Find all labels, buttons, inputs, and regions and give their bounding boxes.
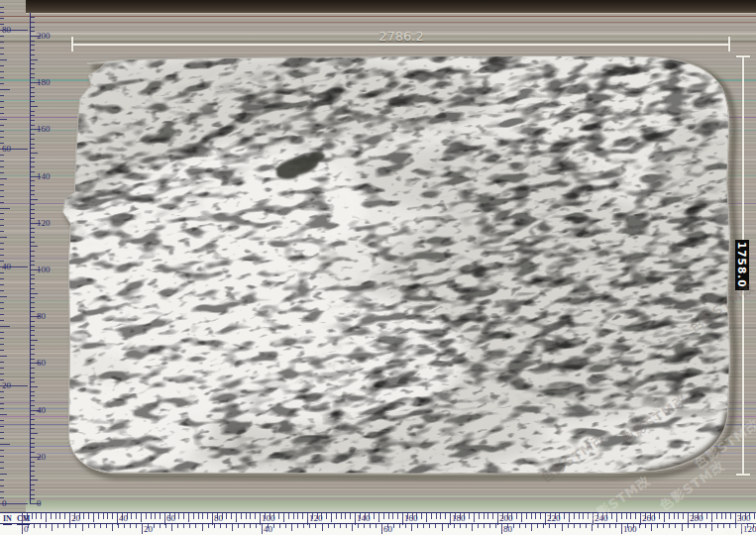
tick <box>0 290 4 291</box>
tick <box>30 274 35 275</box>
tick <box>231 513 232 519</box>
tick <box>278 513 279 519</box>
tick <box>445 513 446 519</box>
tick <box>501 524 502 534</box>
tick <box>30 101 35 102</box>
tick <box>288 513 289 519</box>
tick <box>562 524 563 531</box>
tick <box>663 524 664 528</box>
tick <box>0 350 4 351</box>
tick <box>442 524 443 531</box>
left-ruler-unit-cm: CM <box>17 514 30 525</box>
tick <box>754 513 755 519</box>
tick <box>492 513 493 519</box>
tick <box>393 524 394 528</box>
tick <box>0 59 7 60</box>
tick <box>0 249 4 250</box>
tick <box>569 513 570 522</box>
tick <box>659 513 660 519</box>
tick <box>30 438 35 439</box>
tick <box>0 178 7 179</box>
tick <box>0 426 4 427</box>
tick <box>0 101 4 102</box>
tick <box>30 447 35 448</box>
bottom-cm-label: 120 <box>309 513 323 523</box>
tick <box>721 513 722 519</box>
tick <box>729 524 730 528</box>
tick <box>30 330 35 331</box>
tick <box>0 368 4 369</box>
tick <box>588 513 589 519</box>
tick <box>0 95 4 96</box>
tick <box>30 265 35 266</box>
tick <box>246 513 247 519</box>
tick <box>388 513 389 519</box>
width-dimension-label: 2786.2 <box>327 29 476 44</box>
tick <box>0 397 4 398</box>
tick <box>30 45 35 46</box>
tick <box>244 524 245 528</box>
tick <box>112 524 113 531</box>
tick <box>183 513 184 519</box>
tick <box>30 326 35 327</box>
tick <box>0 107 4 108</box>
tick <box>0 137 4 138</box>
tick <box>717 524 718 528</box>
tick <box>341 513 342 519</box>
tick <box>716 513 717 519</box>
tick <box>30 391 35 392</box>
tick <box>30 27 35 28</box>
tick <box>30 63 35 64</box>
tick <box>30 381 35 382</box>
tick <box>30 433 38 434</box>
left-in-label: 20 <box>2 380 11 390</box>
tick <box>621 513 622 519</box>
tick <box>669 513 670 519</box>
bottom-in-label: 100 <box>623 524 637 534</box>
tick <box>112 513 113 519</box>
tick <box>309 524 310 528</box>
tick <box>30 209 35 210</box>
tick <box>30 246 38 247</box>
tick <box>723 524 724 528</box>
tick <box>202 524 203 531</box>
tick <box>124 524 125 528</box>
left-in-label: 0 <box>2 498 7 508</box>
tick <box>46 513 47 522</box>
tick <box>75 524 76 528</box>
tick <box>0 243 4 244</box>
tick <box>30 288 35 289</box>
tick <box>30 92 35 93</box>
tick <box>260 513 261 525</box>
tick <box>0 12 4 13</box>
tick <box>397 513 398 519</box>
tick <box>160 513 161 519</box>
tick <box>603 524 604 528</box>
bottom-cm-label: 20 <box>71 513 80 523</box>
tick <box>293 513 294 519</box>
tick <box>730 513 731 519</box>
tick <box>0 54 4 54</box>
tick <box>46 524 47 528</box>
tick <box>30 213 35 214</box>
tick <box>411 524 412 531</box>
tick <box>669 524 670 528</box>
tick <box>454 524 455 528</box>
tick <box>0 231 4 232</box>
bottom-cm-label: 160 <box>404 513 418 523</box>
tick <box>178 513 179 519</box>
tick <box>262 524 263 534</box>
bottom-in-label: 40 <box>264 524 272 534</box>
tick <box>417 524 418 528</box>
tick <box>479 513 480 519</box>
tick <box>725 513 726 519</box>
tick <box>495 524 496 528</box>
tick <box>683 513 684 519</box>
left-cm-label: 80 <box>37 311 46 321</box>
tick <box>30 139 35 140</box>
height-measure-tick-bottom <box>736 474 750 476</box>
bottom-cm-label: 180 <box>452 513 466 523</box>
tick <box>63 524 64 528</box>
tick <box>30 354 35 355</box>
tick <box>250 524 251 528</box>
